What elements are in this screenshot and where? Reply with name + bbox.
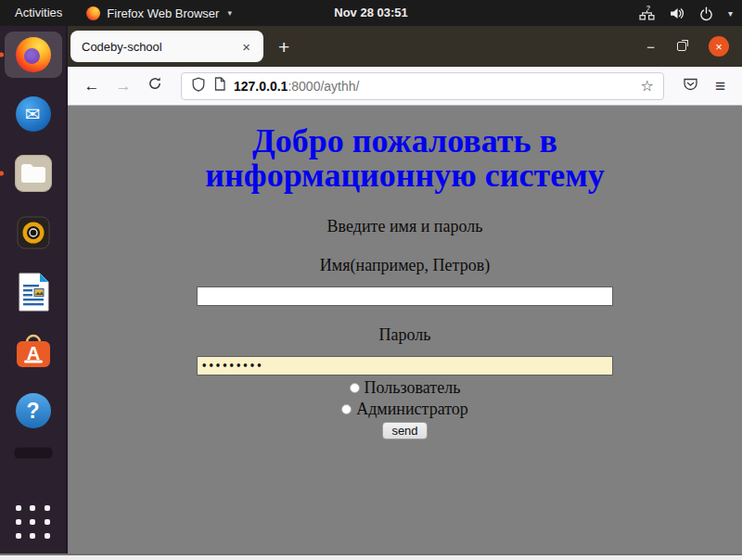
- activities-button[interactable]: Activities: [0, 0, 77, 26]
- dock-item-ubuntu-software[interactable]: A: [5, 328, 62, 375]
- bookmark-star-icon[interactable]: ☆: [641, 77, 654, 95]
- forward-button[interactable]: →: [110, 77, 136, 95]
- shield-icon[interactable]: [191, 77, 206, 95]
- new-tab-button[interactable]: +: [278, 37, 289, 57]
- pocket-icon[interactable]: [683, 77, 698, 95]
- minimize-button[interactable]: −: [646, 40, 655, 54]
- tab-title: Codeby-school: [82, 40, 240, 54]
- back-button[interactable]: ←: [79, 77, 105, 95]
- ubuntu-top-bar: Activities Firefox Web Browser ▾ Nov 28 …: [0, 0, 742, 26]
- app-menu-label: Firefox Web Browser: [107, 6, 219, 20]
- network-icon[interactable]: ?: [639, 6, 655, 21]
- files-icon: [15, 155, 52, 192]
- dock-item-rhythmbox[interactable]: [5, 210, 62, 256]
- name-label: Имя(например, Петров): [68, 256, 742, 275]
- window-close-button[interactable]: ×: [709, 36, 729, 57]
- page-subtitle: Введите имя и пароль: [68, 217, 742, 236]
- app-menu-button[interactable]: Firefox Web Browser ▾: [86, 6, 232, 20]
- nav-right-buttons: ≡: [677, 77, 731, 95]
- firefox-window: Codeby-school × + − × ← →: [68, 26, 742, 554]
- running-indicator: [0, 172, 4, 176]
- ubuntu-software-icon: A: [14, 333, 53, 370]
- radio-label-user: Пользователь: [365, 378, 461, 398]
- hamburger-menu-icon[interactable]: ≡: [715, 77, 725, 95]
- chevron-down-icon: ▾: [227, 8, 232, 18]
- close-icon[interactable]: ×: [240, 40, 252, 54]
- running-indicator: [0, 53, 4, 57]
- password-label: Пароль: [68, 325, 742, 345]
- window-controls: − ×: [646, 26, 729, 67]
- page-viewport: Добро пожаловать в информационную систем…: [68, 106, 742, 554]
- url-bar[interactable]: 127.0.0.1:8000/aythh/ ☆: [181, 72, 664, 100]
- dark-app-icon[interactable]: [14, 447, 53, 459]
- send-button[interactable]: send: [382, 422, 427, 439]
- page-title-line2: информационную систему: [68, 159, 742, 193]
- maximize-button[interactable]: [677, 42, 686, 51]
- main-row: ✉: [0, 26, 742, 554]
- navigation-bar: ← →: [68, 67, 742, 106]
- radio-button-icon[interactable]: [341, 404, 352, 414]
- app-grid-button[interactable]: [15, 503, 52, 541]
- url-domain: 127.0.0.1: [234, 79, 288, 94]
- name-input[interactable]: [197, 286, 613, 306]
- libreoffice-writer-icon: [15, 273, 52, 312]
- page-title-line1: Добро пожаловать в: [68, 124, 742, 159]
- rhythmbox-icon: [15, 214, 52, 251]
- clock[interactable]: Nov 28 03:51: [334, 0, 408, 26]
- radio-label-admin: Администратор: [356, 400, 468, 419]
- thunderbird-icon: ✉: [16, 96, 51, 132]
- page-info-icon[interactable]: [213, 77, 226, 95]
- url-text[interactable]: 127.0.0.1:8000/aythh/: [234, 79, 359, 94]
- tab-bar: Codeby-school × + − ×: [68, 26, 742, 67]
- dock-item-files[interactable]: [5, 150, 62, 197]
- radio-option-admin[interactable]: Администратор: [68, 401, 742, 418]
- dock-item-libreoffice-writer[interactable]: [5, 269, 62, 315]
- help-icon: ?: [16, 393, 51, 428]
- svg-text:?: ?: [646, 6, 651, 12]
- radio-button-icon[interactable]: [350, 383, 360, 393]
- tab-codeby-school[interactable]: Codeby-school ×: [70, 31, 263, 62]
- screen: Activities Firefox Web Browser ▾ Nov 28 …: [0, 0, 742, 560]
- power-icon[interactable]: [698, 6, 714, 21]
- system-tray[interactable]: ? ▾: [639, 0, 733, 26]
- dock: ✉: [0, 26, 68, 554]
- password-input[interactable]: [197, 356, 613, 375]
- volume-icon[interactable]: [669, 6, 684, 21]
- reload-button[interactable]: [142, 76, 168, 95]
- envelope-icon: ✉: [25, 105, 41, 123]
- firefox-icon: [16, 37, 51, 72]
- firefox-icon: [86, 6, 100, 20]
- page-title: Добро пожаловать в информационную систем…: [68, 124, 742, 194]
- bottom-strip: [0, 554, 742, 560]
- radio-option-user[interactable]: Пользователь: [68, 379, 742, 397]
- dock-item-thunderbird[interactable]: ✉: [5, 91, 62, 137]
- dock-item-firefox[interactable]: [5, 32, 62, 78]
- chevron-down-icon: ▾: [728, 8, 733, 19]
- url-path: :8000/aythh/: [288, 79, 359, 94]
- dock-item-help[interactable]: ?: [5, 388, 62, 434]
